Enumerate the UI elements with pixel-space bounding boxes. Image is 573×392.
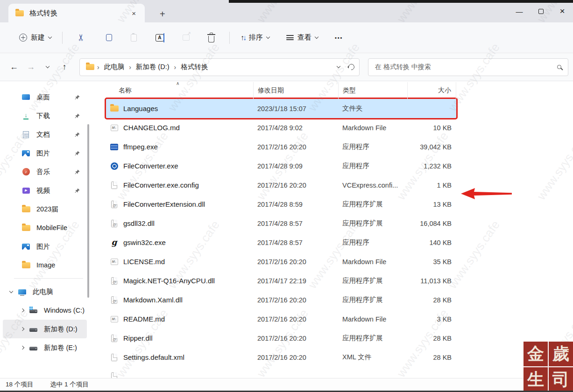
file-size: 1 KB [407, 182, 456, 189]
chevron-down-icon [266, 35, 270, 39]
file-type: 应用程序扩展 [338, 276, 407, 285]
sidebar-item-desktop[interactable]: 桌面 [3, 88, 87, 106]
file-type: Markdown File [338, 124, 407, 132]
maximize-button[interactable] [530, 3, 552, 20]
search-placeholder: 在 格式转换 中搜索 [375, 63, 431, 71]
history-dropdown-button[interactable] [39, 59, 56, 75]
file-type: VCExpress.confi... [338, 182, 407, 189]
forward-button[interactable]: → [22, 59, 39, 75]
file-row[interactable]: Markdown.Xaml.dll 2017/2/16 20:20 应用程序扩展… [106, 290, 456, 309]
sidebar-item-document[interactable]: 文档 [3, 125, 87, 144]
file-row[interactable]: ffmpeg.exe 2017/2/16 20:20 应用程序 39,042 K… [106, 137, 456, 156]
file-row[interactable]: Magick.NET-Q16-AnyCPU.dll 2017/4/17 22:1… [106, 271, 456, 290]
file-date: 2017/2/16 20:20 [253, 143, 338, 151]
address-bar-row: ← → ↑ › 此电脑 › 新加卷 (D:) › 格式转换 在 格式转换 中搜索 [0, 53, 573, 81]
new-button[interactable]: 新建 [14, 29, 57, 46]
expander-icon[interactable] [21, 346, 24, 349]
search-icon [557, 65, 561, 69]
paste-button[interactable] [126, 30, 142, 46]
delete-button[interactable] [203, 29, 219, 47]
breadcrumb[interactable]: › 此电脑 › 新加卷 (D:) › 格式转换 [79, 58, 360, 76]
sidebar-item-folder[interactable]: Image [3, 256, 87, 274]
back-button[interactable]: ← [6, 59, 22, 75]
column-header-date[interactable]: 修改日期 [253, 82, 338, 99]
file-row-selected[interactable]: Languages 2023/1/18 15:07 文件夹 [106, 99, 456, 118]
file-row[interactable]: FileConverter.exe.config 2017/2/16 20:20… [106, 175, 456, 195]
file-row[interactable]: FileConverter.exe 2017/4/28 9:09 应用程序 1,… [106, 156, 456, 175]
tab-bar: 格式转换 × + — × [0, 0, 573, 22]
file-date: 2023/1/18 15:07 [253, 105, 338, 112]
sidebar-item-folder[interactable]: MobileFile [3, 218, 87, 237]
refresh-icon[interactable] [347, 63, 355, 71]
sort-icon: ↑↓ [241, 34, 245, 42]
sidebar-item-download[interactable]: ↓ 下载 [3, 106, 87, 125]
window-controls: — × [509, 3, 573, 20]
tab-title: 格式转换 [29, 9, 128, 18]
tree-item--d-[interactable]: 新加卷 (D:) [3, 320, 87, 338]
share-icon [183, 35, 190, 41]
document-icon [21, 130, 30, 139]
column-header-name[interactable]: 名称 ∧ [106, 82, 253, 99]
plus-circle-icon [19, 34, 27, 42]
file-row[interactable]: FileConverterExtension.dll 2017/4/28 8:5… [106, 195, 456, 214]
copy-button[interactable] [99, 30, 117, 45]
search-input[interactable]: 在 格式转换 中搜索 [368, 58, 568, 76]
view-button[interactable]: 查看 [281, 29, 323, 46]
file-row[interactable]: M↓ LICENSE.md 2017/2/16 20:20 Markdown F… [106, 252, 456, 271]
new-tab-button[interactable]: + [155, 9, 170, 22]
chevron-down-icon [46, 64, 50, 68]
pin-icon [74, 113, 80, 119]
cut-button[interactable]: ✂ [72, 29, 90, 46]
desktop-icon [21, 93, 30, 102]
file-size: 11,013 KB [407, 277, 456, 285]
sidebar-item-videos[interactable]: ▶ 视频 [3, 181, 87, 200]
file-date: 2017/2/16 20:20 [253, 296, 338, 304]
folder-icon [110, 104, 119, 113]
sort-button[interactable]: ↑↓ 排序 [235, 29, 275, 46]
column-header-type[interactable]: 类型 [338, 82, 407, 99]
sidebar-scrollbar[interactable] [87, 124, 89, 298]
file-name: Markdown.Xaml.dll [123, 296, 183, 304]
file-icon [110, 142, 119, 151]
tree-item--[interactable]: 此电脑 [3, 282, 87, 301]
expander-icon[interactable] [21, 328, 24, 330]
tree-item--e-[interactable]: 新加卷 (E:) [3, 338, 87, 357]
file-row-partial[interactable] [106, 371, 573, 378]
tree-item-windows-c-[interactable]: Windows (C:) [3, 301, 87, 320]
file-row[interactable]: Ripper.dll 2017/2/16 20:20 应用程序扩展 28 KB [106, 329, 456, 348]
share-button[interactable] [177, 30, 195, 45]
more-options-button[interactable]: ••• [330, 31, 348, 45]
rename-button[interactable]: A [150, 30, 169, 46]
file-row[interactable]: M↓ README.md 2017/2/16 20:20 Markdown Fi… [106, 309, 456, 329]
breadcrumb-drive-d[interactable]: 新加卷 (D:) [134, 61, 171, 73]
folder-icon [21, 224, 30, 232]
selected-count: 选中 1 个项目 [50, 380, 89, 389]
command-toolbar: 新建 ✂ A ↑↓ 排序 查看 [0, 22, 573, 53]
sidebar-item-pictures[interactable]: 图片 [3, 144, 87, 162]
tab-format-conversion[interactable]: 格式转换 × [8, 4, 145, 22]
breadcrumb-current-folder[interactable]: 格式转换 [179, 61, 210, 73]
annotation-arrow [460, 187, 512, 201]
file-icon [110, 276, 119, 285]
sidebar-item-pictures[interactable]: 图片 [3, 237, 87, 256]
file-type: Markdown File [338, 258, 407, 266]
up-button[interactable]: ↑ [56, 59, 73, 75]
file-row[interactable]: gsdll32.dll 2017/4/28 8:57 应用程序扩展 16,084… [106, 214, 456, 233]
sidebar-item-folder[interactable]: 2023届 [3, 200, 87, 218]
sidebar-item-music[interactable]: ♪ 音乐 [3, 162, 87, 181]
address-dropdown-icon[interactable] [337, 64, 340, 68]
status-bar: 18 个项目 选中 1 个项目 [0, 378, 573, 391]
expander-icon[interactable] [21, 309, 24, 312]
close-button[interactable]: × [552, 3, 573, 20]
file-row[interactable]: g gswin32c.exe 2017/4/28 8:57 应用程序 140 K… [106, 233, 456, 252]
tab-close-icon[interactable]: × [128, 8, 139, 18]
file-date: 2017/2/16 20:20 [253, 315, 338, 323]
breadcrumb-this-pc[interactable]: 此电脑 [102, 61, 127, 73]
expander-icon[interactable] [9, 291, 13, 293]
file-name: gswin32c.exe [123, 238, 166, 246]
minimize-button[interactable]: — [509, 3, 530, 20]
file-row[interactable]: M↓ CHANGELOG.md 2017/4/28 9:02 Markdown … [106, 118, 456, 137]
column-header-size[interactable]: 大小 [407, 82, 456, 99]
file-row[interactable]: Settings.default.xml 2017/2/16 20:20 XML… [106, 348, 456, 367]
file-icon [110, 371, 119, 378]
